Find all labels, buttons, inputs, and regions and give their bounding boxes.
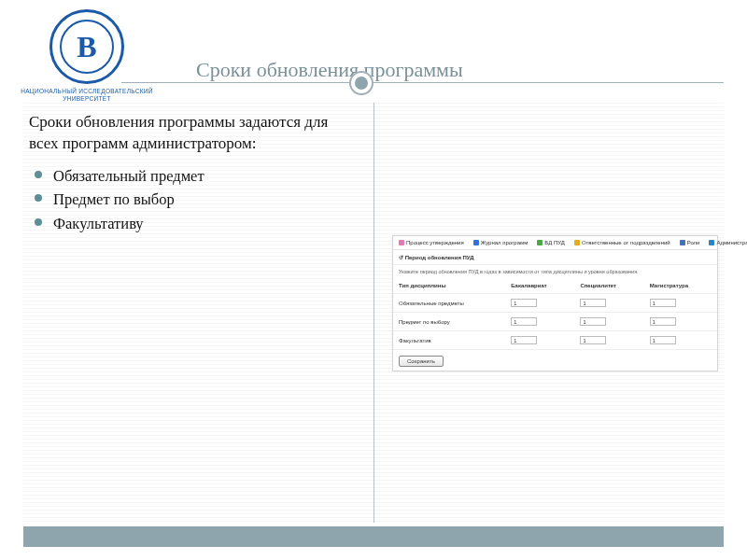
tab-item[interactable]: Роли — [680, 240, 700, 245]
logo-inner-circle: В — [60, 20, 114, 74]
col-header: Магистратура — [644, 278, 717, 294]
refresh-icon: ↺ — [399, 255, 403, 260]
left-column: Сроки обновления программы задаются для … — [23, 103, 374, 523]
tab-label: Процесс утверждения — [406, 240, 464, 245]
tab-icon — [709, 240, 714, 245]
tab-label: Ответственные от подразделений — [582, 240, 670, 245]
tab-icon — [574, 240, 580, 245]
hse-logo-icon: В — [49, 9, 124, 84]
subtab-label: Период обновления ПУД — [405, 255, 474, 260]
row-label: Предмет по выбору — [393, 313, 505, 331]
title-divider — [121, 82, 724, 83]
tab-icon — [399, 240, 404, 245]
embedded-screenshot: Процесс утверждения Журнал программ БД П… — [392, 235, 718, 371]
screenshot-table: Тип дисциплины Бакалавриат Специалитет М… — [393, 278, 717, 350]
slide-title: Сроки обновления программы — [196, 58, 724, 82]
col-header: Бакалавриат — [505, 278, 574, 294]
save-button[interactable]: Сохранить — [399, 356, 444, 367]
tab-icon — [680, 240, 685, 245]
tab-label: Администраторы — [716, 240, 747, 245]
list-item: Факультативу — [35, 212, 359, 236]
tab-item[interactable]: Журнал программ — [473, 240, 529, 245]
tab-icon — [537, 240, 543, 245]
list-item: Обязательный предмет — [35, 164, 359, 189]
tab-label: Журнал программ — [481, 240, 529, 245]
screenshot-subtab[interactable]: ↺ Период обновления ПУД — [393, 250, 717, 265]
body: Сроки обновления программы задаются для … — [23, 103, 724, 523]
table-row: Факультатив 1 1 1 — [393, 331, 717, 350]
bulleted-list: Обязательный предмет Предмет по выбор Фа… — [29, 164, 359, 236]
col-header: Тип дисциплины — [393, 278, 505, 294]
tab-label: Роли — [687, 240, 700, 245]
period-input[interactable]: 1 — [650, 336, 676, 344]
row-label: Факультатив — [393, 331, 505, 350]
title-area: Сроки обновления программы — [196, 58, 724, 82]
list-item: Предмет по выбор — [35, 188, 359, 212]
period-input[interactable]: 1 — [511, 317, 537, 326]
table-header-row: Тип дисциплины Бакалавриат Специалитет М… — [393, 278, 717, 294]
intro-text: Сроки обновления программы задаются для … — [29, 112, 359, 155]
table-row: Обязательные предметы 1 1 1 — [393, 294, 717, 313]
period-input[interactable]: 1 — [580, 299, 606, 307]
logo-area: В НАЦИОНАЛЬНЫЙ ИССЛЕДОВАТЕЛЬСКИЙ УНИВЕРС… — [17, 9, 157, 103]
period-input[interactable]: 1 — [511, 336, 537, 344]
footer-bar — [23, 526, 724, 547]
period-input[interactable]: 1 — [650, 317, 676, 326]
title-ornament-icon — [349, 71, 374, 95]
col-header: Специалитет — [574, 278, 643, 294]
tab-icon — [473, 240, 479, 245]
period-input[interactable]: 1 — [650, 299, 676, 307]
tab-item[interactable]: Администраторы — [709, 240, 747, 245]
tab-item[interactable]: Процесс утверждения — [399, 240, 464, 245]
table-row: Предмет по выбору 1 1 1 — [393, 313, 717, 331]
period-input[interactable]: 1 — [580, 317, 606, 326]
tab-item[interactable]: БД ПУД — [537, 240, 565, 245]
tab-label: БД ПУД — [544, 240, 565, 245]
slide: В НАЦИОНАЛЬНЫЙ ИССЛЕДОВАТЕЛЬСКИЙ УНИВЕРС… — [0, 0, 747, 560]
logo-subtitle: НАЦИОНАЛЬНЫЙ ИССЛЕДОВАТЕЛЬСКИЙ УНИВЕРСИТ… — [17, 88, 157, 103]
screenshot-hint: Укажите период обновления ПУД в годах в … — [393, 265, 717, 278]
logo-letter: В — [77, 30, 96, 64]
row-label: Обязательные предметы — [393, 294, 505, 313]
tab-item[interactable]: Ответственные от подразделений — [574, 240, 670, 245]
period-input[interactable]: 1 — [580, 336, 606, 344]
screenshot-tabs: Процесс утверждения Журнал программ БД П… — [393, 236, 717, 250]
right-column: Процесс утверждения Журнал программ БД П… — [374, 103, 724, 523]
period-input[interactable]: 1 — [511, 299, 537, 307]
